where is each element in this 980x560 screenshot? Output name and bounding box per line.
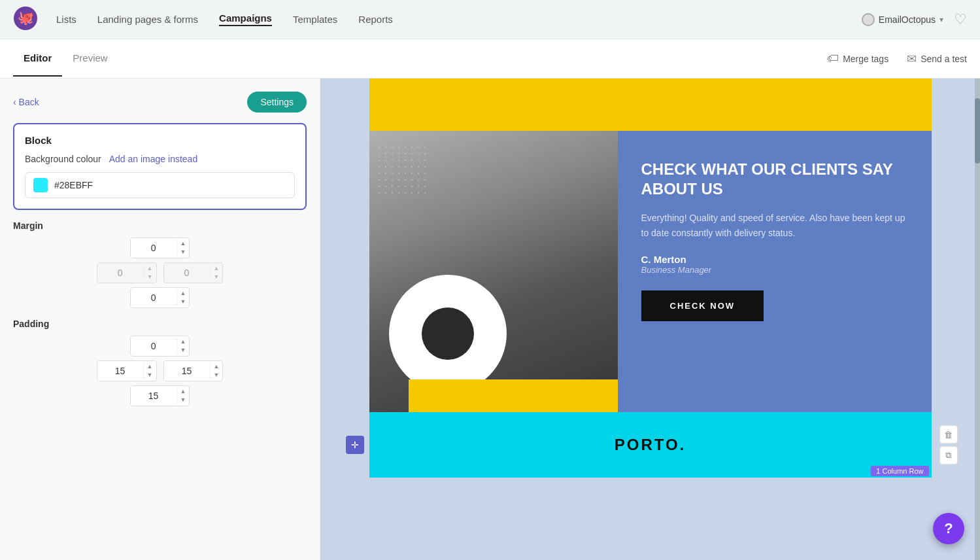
margin-right-up[interactable]: ▲ [211, 264, 223, 273]
padding-top-spinner[interactable]: ▲ ▼ [130, 336, 190, 357]
padding-bottom-spinners: ▲ ▼ [177, 387, 190, 404]
padding-right-spinners: ▲ ▼ [210, 362, 223, 379]
padding-left-spinner[interactable]: ▲ ▼ [97, 360, 157, 381]
margin-left-input[interactable] [97, 263, 143, 283]
margin-section: Margin ▲ ▼ ▲ ▼ [13, 220, 307, 308]
email-footer-section: ✛ PORTO. 🗑 ⧉ 1 Column Row [369, 412, 932, 478]
margin-left-up[interactable]: ▲ [144, 264, 156, 273]
help-button[interactable]: ? [933, 513, 964, 544]
margin-left-spinners: ▲ ▼ [143, 264, 156, 281]
scrollbar-track[interactable] [975, 79, 980, 560]
svg-text:🐙: 🐙 [18, 10, 34, 26]
circle-overlay [389, 275, 507, 393]
account-name: EmailOctopus [879, 14, 936, 25]
margin-bottom-input[interactable] [131, 288, 177, 307]
margin-right-down[interactable]: ▼ [211, 273, 223, 281]
circle-inner [422, 307, 474, 360]
padding-left-spinners: ▲ ▼ [143, 362, 156, 379]
padding-left-input[interactable] [97, 361, 143, 381]
margin-top-spinner[interactable]: ▲ ▼ [130, 237, 190, 258]
testimonial-image-col [369, 131, 618, 412]
nav-link-reports[interactable]: Reports [358, 14, 393, 25]
heart-icon[interactable]: ♡ [954, 11, 967, 28]
email-canvas: CHECK WHAT OUR CLIENTS SAY ABOUT US Ever… [369, 79, 932, 478]
colour-hex-value: #28EBFF [54, 180, 93, 190]
padding-top-up[interactable]: ▲ [177, 338, 190, 346]
editor-actions: 🏷 Merge tags ✉ Send a test [827, 52, 967, 66]
back-link[interactable]: ‹ Back [13, 97, 39, 107]
sidebar: ‹ Back Settings Block Background colour … [0, 79, 320, 560]
padding-bottom-input[interactable] [131, 386, 177, 406]
send-test-label: Send a test [921, 54, 967, 64]
block-section: Block Background colour Add an image ins… [13, 123, 307, 210]
padding-top-spinners: ▲ ▼ [177, 338, 190, 355]
margin-bottom-down[interactable]: ▼ [177, 298, 190, 306]
nav-link-templates[interactable]: Templates [293, 14, 337, 25]
main-layout: ‹ Back Settings Block Background colour … [0, 79, 980, 560]
padding-bottom-down[interactable]: ▼ [177, 396, 190, 404]
testimonial-heading: CHECK WHAT OUR CLIENTS SAY ABOUT US [641, 160, 908, 199]
margin-top-input[interactable] [131, 238, 177, 258]
padding-right-down[interactable]: ▼ [211, 371, 223, 379]
delete-row-button[interactable]: 🗑 [939, 425, 958, 444]
margin-label: Margin [13, 220, 307, 231]
tab-preview[interactable]: Preview [62, 41, 118, 77]
email-top-bar [369, 79, 932, 131]
nav-links: Lists Landing pages & forms Campaigns Te… [56, 12, 862, 26]
margin-right-spinner[interactable]: ▲ ▼ [163, 262, 224, 283]
move-handle[interactable]: ✛ [346, 436, 364, 454]
padding-right-up[interactable]: ▲ [211, 362, 223, 371]
margin-bottom-spinners: ▲ ▼ [177, 289, 190, 306]
margin-bottom-up[interactable]: ▲ [177, 289, 190, 298]
margin-left-spinner[interactable]: ▲ ▼ [97, 262, 157, 283]
account-menu[interactable]: EmailOctopus ▾ [862, 13, 943, 26]
porto-logo: PORTO. [615, 436, 686, 454]
account-circle [862, 13, 875, 26]
block-title: Block [25, 135, 295, 146]
margin-right-input[interactable] [164, 263, 210, 283]
testimonial-author-role: Business Manager [641, 265, 908, 275]
check-now-button[interactable]: CHECK NOW [641, 290, 764, 321]
margin-left-down[interactable]: ▼ [144, 273, 156, 281]
margin-bottom-spinner[interactable]: ▲ ▼ [130, 287, 190, 308]
padding-top-input[interactable] [131, 336, 177, 356]
tab-editor[interactable]: Editor [13, 41, 62, 77]
merge-tags-label: Merge tags [843, 54, 888, 64]
padding-bottom-up[interactable]: ▲ [177, 387, 190, 396]
send-test-icon: ✉ [907, 52, 917, 66]
padding-right-input[interactable] [164, 361, 210, 381]
padding-top-down[interactable]: ▼ [177, 346, 190, 355]
testimonial-body-text: Everything! Quality and speed of service… [641, 211, 908, 241]
dots-pattern [376, 144, 428, 196]
margin-top-up[interactable]: ▲ [177, 239, 190, 248]
settings-button[interactable]: Settings [247, 92, 307, 113]
padding-section: Padding ▲ ▼ ▲ ▼ [13, 319, 307, 406]
copy-row-button[interactable]: ⧉ [939, 446, 958, 464]
send-test-action[interactable]: ✉ Send a test [907, 52, 967, 66]
add-image-link[interactable]: Add an image instead [109, 154, 197, 164]
margin-top-spinners: ▲ ▼ [177, 239, 190, 256]
testimonial-author-name: C. Merton [641, 254, 908, 265]
padding-bottom-spinner[interactable]: ▲ ▼ [130, 385, 190, 406]
bearded-man-image [369, 131, 618, 412]
logo[interactable]: 🐙 [13, 6, 38, 33]
merge-tags-icon: 🏷 [827, 52, 839, 65]
padding-left-down[interactable]: ▼ [144, 371, 156, 379]
editor-tabs: Editor Preview [13, 41, 827, 77]
scrollbar-thumb[interactable] [975, 98, 980, 164]
merge-tags-action[interactable]: 🏷 Merge tags [827, 52, 888, 65]
nav-link-campaigns[interactable]: Campaigns [219, 12, 272, 26]
top-nav: 🐙 Lists Landing pages & forms Campaigns … [0, 0, 980, 39]
padding-right-spinner[interactable]: ▲ ▼ [163, 360, 224, 381]
nav-link-landing[interactable]: Landing pages & forms [97, 14, 198, 25]
margin-right-spinners: ▲ ▼ [210, 264, 223, 281]
row-actions: 🗑 ⧉ [939, 425, 958, 464]
margin-top-down[interactable]: ▼ [177, 248, 190, 256]
padding-left-up[interactable]: ▲ [144, 362, 156, 371]
account-arrow-icon: ▾ [939, 15, 943, 24]
yellow-accent-bar [409, 379, 618, 412]
email-footer-cyan: PORTO. [369, 412, 932, 478]
colour-swatch[interactable] [33, 178, 48, 192]
row-label: 1 Column Row [871, 466, 928, 476]
nav-link-lists[interactable]: Lists [56, 14, 76, 25]
